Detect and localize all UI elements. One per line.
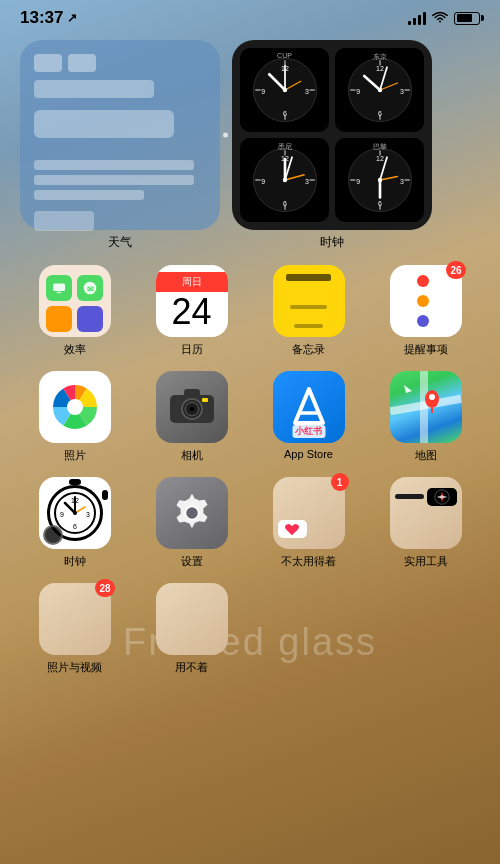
app-row-3: 12 3 6 9 时钟 xyxy=(20,477,480,569)
svg-point-56 xyxy=(67,399,83,415)
status-bar: 13:37 ↗ xyxy=(0,0,500,32)
status-time: 13:37 ↗ xyxy=(20,8,77,28)
clock-label: 时钟 xyxy=(232,234,432,251)
svg-text:12: 12 xyxy=(376,65,384,72)
app-settings-label: 设置 xyxy=(181,554,203,569)
app-folder-photosvideo[interactable]: 28 照片与视频 xyxy=(20,583,129,675)
xiaohongshu-label: 小红书 xyxy=(292,425,325,438)
app-photosvideo-label: 照片与视频 xyxy=(47,660,102,675)
status-icons xyxy=(408,10,480,26)
app-empty-2 xyxy=(371,583,480,675)
app-row-1: ✉ 效率 周日 24 日历 备忘录 xyxy=(20,265,480,357)
svg-text:6: 6 xyxy=(378,200,382,207)
svg-text:6: 6 xyxy=(378,110,382,117)
svg-rect-63 xyxy=(202,398,208,402)
svg-text:✉: ✉ xyxy=(87,284,94,294)
app-efficiency-label: 效率 xyxy=(64,342,86,357)
app-camera-label: 相机 xyxy=(181,448,203,463)
svg-text:9: 9 xyxy=(60,511,64,518)
app-settings[interactable]: 设置 xyxy=(137,477,246,569)
app-tools-label: 实用工具 xyxy=(404,554,448,569)
app-folder-tools[interactable]: 实用工具 xyxy=(371,477,480,569)
app-photos-label: 照片 xyxy=(64,448,86,463)
app-notes[interactable]: 备忘录 xyxy=(254,265,363,357)
svg-point-12 xyxy=(282,88,286,92)
app-lessused-label: 不太用得着 xyxy=(281,554,336,569)
app-notes-label: 备忘录 xyxy=(292,342,325,357)
app-row-2: 照片 相机 xyxy=(20,371,480,463)
app-clock[interactable]: 12 3 6 9 时钟 xyxy=(20,477,129,569)
app-reminders[interactable]: 26 提醒事项 xyxy=(371,265,480,357)
app-appstore-label: App Store xyxy=(284,448,333,460)
svg-text:9: 9 xyxy=(261,88,265,95)
widgets-row: 天气 CUP xyxy=(20,40,480,251)
svg-point-51 xyxy=(377,178,381,182)
app-maps-label: 地图 xyxy=(415,448,437,463)
home-screen: 天气 CUP xyxy=(0,32,500,697)
signal-icon xyxy=(408,11,426,25)
app-clock-label: 时钟 xyxy=(64,554,86,569)
svg-text:9: 9 xyxy=(356,178,360,185)
location-arrow-icon: ↗ xyxy=(67,11,77,25)
svg-point-78 xyxy=(186,507,198,519)
reminders-badge: 26 xyxy=(446,261,465,279)
svg-rect-53 xyxy=(57,292,62,294)
app-reminders-label: 提醒事项 xyxy=(404,342,448,357)
svg-point-38 xyxy=(282,178,286,182)
battery-icon xyxy=(454,12,480,25)
svg-text:6: 6 xyxy=(283,200,287,207)
app-row-4: 28 照片与视频 用不着 xyxy=(20,583,480,675)
svg-text:6: 6 xyxy=(283,110,287,117)
svg-text:12: 12 xyxy=(376,155,384,162)
weather-label: 天气 xyxy=(20,234,220,251)
app-photos[interactable]: 照片 xyxy=(20,371,129,463)
weather-widget[interactable]: 天气 xyxy=(20,40,220,251)
clock-tokyo: 东京 12 3 6 9 xyxy=(335,48,424,132)
svg-point-68 xyxy=(429,394,435,400)
app-calendar[interactable]: 周日 24 日历 xyxy=(137,265,246,357)
app-folder-lessused[interactable]: 1 不太用得着 xyxy=(254,477,363,569)
page-indicator xyxy=(223,133,228,138)
clock-sydney: 悉尼 12 3 6 9 xyxy=(240,138,329,222)
svg-text:3: 3 xyxy=(399,178,403,185)
svg-rect-66 xyxy=(420,371,428,443)
app-calendar-label: 日历 xyxy=(181,342,203,357)
svg-text:3: 3 xyxy=(304,88,308,95)
photosvideo-badge: 28 xyxy=(95,579,114,597)
svg-text:9: 9 xyxy=(261,178,265,185)
clock-cup: CUP 12 3 6 9 xyxy=(240,48,329,132)
svg-text:3: 3 xyxy=(399,88,403,95)
wifi-icon xyxy=(432,10,448,26)
clock-widget[interactable]: CUP 12 3 6 9 xyxy=(232,40,432,251)
app-folder-unused[interactable]: 用不着 xyxy=(137,583,246,675)
svg-text:6: 6 xyxy=(73,523,77,530)
svg-point-77 xyxy=(73,511,77,515)
svg-text:9: 9 xyxy=(356,88,360,95)
app-appstore[interactable]: 小红书 App Store xyxy=(254,371,363,463)
app-maps[interactable]: 地图 xyxy=(371,371,480,463)
lessused-badge: 1 xyxy=(331,473,349,491)
svg-text:3: 3 xyxy=(86,511,90,518)
svg-point-25 xyxy=(377,88,381,92)
svg-rect-58 xyxy=(184,389,200,397)
app-empty-1 xyxy=(254,583,363,675)
app-unused-label: 用不着 xyxy=(175,660,208,675)
svg-text:3: 3 xyxy=(304,178,308,185)
app-camera[interactable]: 相机 xyxy=(137,371,246,463)
svg-point-62 xyxy=(190,407,194,411)
time-display: 13:37 xyxy=(20,8,63,28)
clock-paris: 巴黎 12 3 6 9 xyxy=(335,138,424,222)
app-efficiency[interactable]: ✉ 效率 xyxy=(20,265,129,357)
svg-rect-52 xyxy=(53,284,65,292)
